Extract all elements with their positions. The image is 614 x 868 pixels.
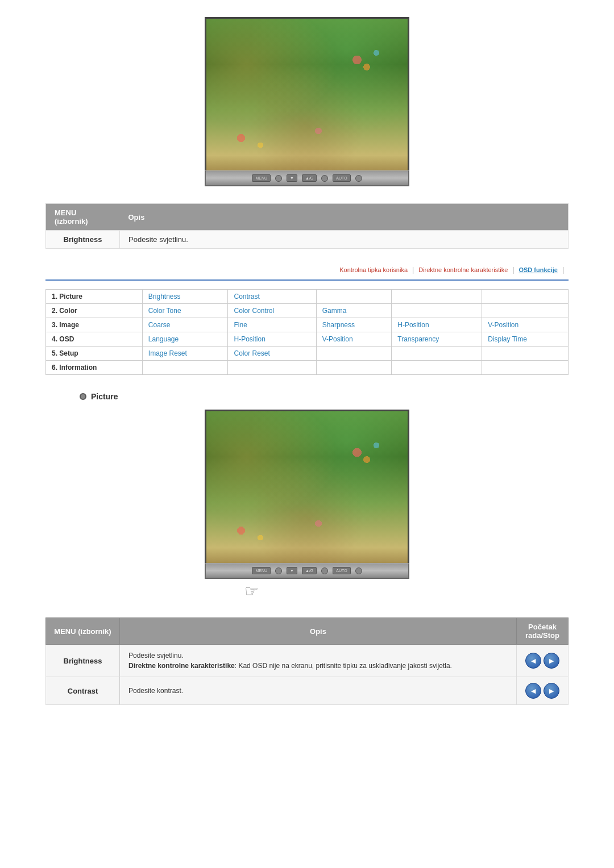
osd-row-2-col-0: 3. Image	[46, 318, 143, 332]
monitor-2-screen	[205, 410, 409, 563]
up-button-2[interactable]: ▲/G	[302, 567, 317, 574]
auto-button-2[interactable]: AUTO	[333, 567, 350, 574]
monitor-1-container: MENU ▼ ▲/G AUTO	[45, 17, 569, 186]
down-button-2[interactable]: ▼	[287, 567, 297, 574]
osd-row-3-col-0: 4. OSD	[46, 332, 143, 347]
brightness-label: Brightness	[46, 231, 120, 249]
source-button-2[interactable]	[321, 567, 328, 574]
monitor-1-screen	[205, 17, 409, 170]
bottom-col2-header: Opis	[120, 618, 517, 645]
menu-button-2[interactable]: MENU	[252, 567, 271, 574]
osd-row-5-col-3[interactable]	[316, 361, 392, 375]
osd-row-0-col-3[interactable]	[316, 290, 392, 304]
breadcrumb-item-3[interactable]: OSD funkcije	[518, 266, 557, 273]
monitor-2-container: MENU ▼ ▲/G AUTO ☞	[45, 410, 569, 600]
osd-row-0-col-4[interactable]	[392, 290, 482, 304]
osd-row-5-col-0: 6. Information	[46, 361, 143, 375]
power-button-1[interactable]	[355, 175, 362, 182]
osd-row-2-col-1[interactable]: Coarse	[142, 318, 228, 332]
breadcrumb-sep-2: |	[512, 266, 514, 274]
osd-row-3-col-1[interactable]: Language	[142, 332, 228, 347]
bottom-desc-0: Podesite svjetlinu.Direktne kontrolne ka…	[120, 645, 517, 677]
osd-row-4-col-3[interactable]	[316, 347, 392, 361]
osd-row-3-col-4[interactable]: Transparency	[392, 332, 482, 347]
left-arrow-btn-1[interactable]: ◀	[525, 683, 541, 699]
osd-row-3-col-5[interactable]: Display Time	[482, 332, 569, 347]
osd-row-5-col-2[interactable]	[228, 361, 316, 375]
osd-row-1-col-2[interactable]: Color Control	[228, 304, 316, 318]
osd-row-1-col-1[interactable]: Color Tone	[142, 304, 228, 318]
monitor-1-base: MENU ▼ ▲/G AUTO	[205, 170, 409, 186]
bottom-label-1: Contrast	[46, 677, 120, 705]
breadcrumb-sep-1: |	[412, 266, 414, 274]
osd-row-1-col-0: 2. Color	[46, 304, 143, 318]
osd-row-4-col-2[interactable]: Color Reset	[228, 347, 316, 361]
osd-row-3-col-2[interactable]: H-Position	[228, 332, 316, 347]
brightness-button-1[interactable]	[275, 175, 282, 182]
picture-title-text: Picture	[91, 392, 118, 401]
osd-row-1-col-4[interactable]	[392, 304, 482, 318]
source-button-1[interactable]	[321, 175, 328, 182]
osd-row-1-col-5[interactable]	[482, 304, 569, 318]
section-dot-icon	[80, 393, 86, 400]
auto-button-1[interactable]: AUTO	[333, 174, 350, 182]
bottom-col1-header: MENU (izbornik)	[46, 618, 120, 645]
osd-row-4-col-4[interactable]	[392, 347, 482, 361]
osd-row-0-col-2[interactable]: Contrast	[228, 290, 316, 304]
osd-row-2-col-4[interactable]: H-Position	[392, 318, 482, 332]
osd-row-2-col-2[interactable]: Fine	[228, 318, 316, 332]
brightness-desc: Podesite svjetlinu.	[120, 231, 569, 249]
col2-header: Opis	[120, 204, 569, 231]
osd-row-5-col-1[interactable]	[142, 361, 228, 375]
left-arrow-btn-0[interactable]: ◀	[525, 653, 541, 669]
bottom-label-0: Brightness	[46, 645, 120, 677]
bottom-detail-table: MENU (izbornik) Opis Početak rada/Stop B…	[45, 617, 569, 705]
up-button-1[interactable]: ▲/G	[302, 174, 317, 182]
osd-row-5-col-4[interactable]	[392, 361, 482, 375]
osd-row-3-col-3[interactable]: V-Position	[316, 332, 392, 347]
monitor-2-image	[206, 411, 408, 563]
osd-row-1-col-3[interactable]: Gamma	[316, 304, 392, 318]
osd-table: 1. PictureBrightnessContrast2. ColorColo…	[45, 289, 569, 375]
breadcrumb-nav: Kontrolna tipka korisnika | Direktne kon…	[45, 260, 569, 281]
simple-info-table: MENU (izbornik) Opis Brightness Podesite…	[45, 203, 569, 249]
cursor-hand-icon: ☞	[244, 582, 259, 600]
picture-section-title: Picture	[80, 392, 569, 401]
breadcrumb-item-1[interactable]: Kontrolna tipka korisnika	[339, 266, 408, 273]
osd-row-2-col-5[interactable]: V-Position	[482, 318, 569, 332]
col1-header: MENU (izbornik)	[46, 204, 120, 231]
osd-row-4-col-1[interactable]: Image Reset	[142, 347, 228, 361]
monitor-1-image	[206, 19, 408, 170]
monitor-1-wrapper: MENU ▼ ▲/G AUTO	[205, 17, 409, 186]
bottom-arrows-0[interactable]: ◀▶	[517, 645, 569, 677]
osd-row-0-col-0: 1. Picture	[46, 290, 143, 304]
breadcrumb-item-2[interactable]: Direktne kontrolne karakteristike	[418, 266, 508, 273]
osd-row-0-col-5[interactable]	[482, 290, 569, 304]
osd-row-0-col-1[interactable]: Brightness	[142, 290, 228, 304]
osd-row-2-col-3[interactable]: Sharpness	[316, 318, 392, 332]
bottom-arrows-1[interactable]: ◀▶	[517, 677, 569, 705]
monitor-2-base: MENU ▼ ▲/G AUTO	[205, 563, 409, 579]
right-arrow-btn-0[interactable]: ▶	[544, 653, 559, 669]
osd-row-4-col-5[interactable]	[482, 347, 569, 361]
bottom-col3-header: Početak rada/Stop	[517, 618, 569, 645]
power-button-2[interactable]	[355, 567, 362, 574]
cursor-area: ☞	[205, 582, 409, 600]
down-button-1[interactable]: ▼	[287, 174, 297, 182]
breadcrumb-sep-3: |	[562, 266, 564, 274]
osd-row-5-col-5[interactable]	[482, 361, 569, 375]
menu-button-1[interactable]: MENU	[252, 174, 271, 182]
osd-row-4-col-0: 5. Setup	[46, 347, 143, 361]
right-arrow-btn-1[interactable]: ▶	[544, 683, 559, 699]
bottom-desc-1: Podesite kontrast.	[120, 677, 517, 705]
brightness-button-2[interactable]	[275, 567, 282, 574]
monitor-2-wrapper: MENU ▼ ▲/G AUTO ☞	[205, 410, 409, 600]
